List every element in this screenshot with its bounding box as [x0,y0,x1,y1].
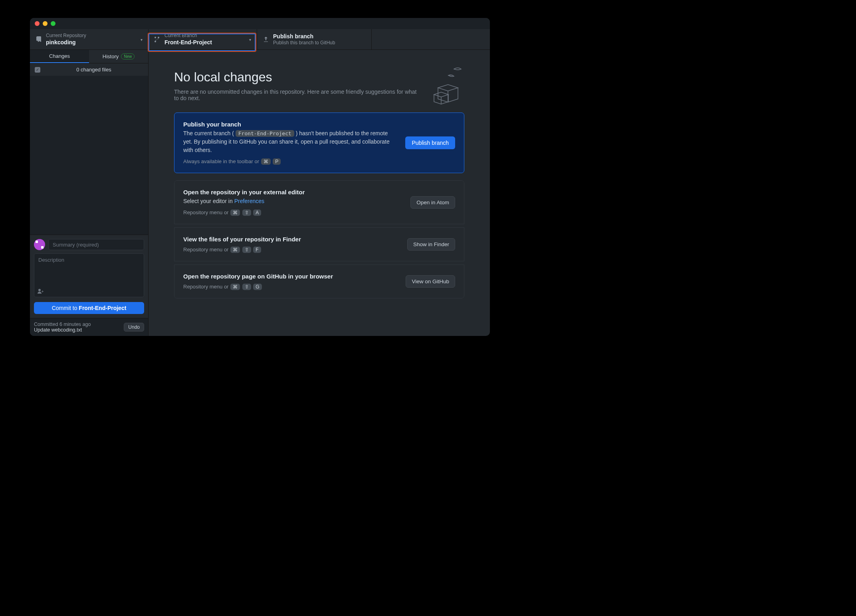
card-editor-hint: Repository menu or ⌘ ⇧ A [183,209,402,216]
branch-label: Current Branch [164,33,212,38]
sidebar: Changes History New ✓ 0 changed files [30,50,149,336]
changes-list [30,76,148,235]
tab-history-label: History [103,53,119,59]
changed-files-count: 0 changed files [44,67,143,73]
open-in-atom-button[interactable]: Open in Atom [410,196,455,209]
illustration-boxes [430,66,466,106]
repo-value: pinkcoding [46,39,86,46]
zoom-window-button[interactable] [51,21,55,26]
publish-branch-toolbar-button[interactable]: Publish branch Publish this branch to Gi… [257,29,372,49]
kbd-p: P [273,158,281,165]
changes-header: ✓ 0 changed files [30,63,148,76]
commit-button-branch: Front-End-Project [79,305,126,311]
branch-value: Front-End-Project [164,39,212,46]
commit-button-prefix: Commit to [52,305,79,311]
close-window-button[interactable] [35,21,40,26]
card-view-github: Open the repository page on GitHub in yo… [174,265,464,298]
card-open-editor: Open the repository in your external edi… [174,180,464,224]
app-window: Current Repository pinkcoding ▾ Current … [30,18,490,336]
minimize-window-button[interactable] [43,21,48,26]
publish-label: Publish branch [273,33,335,40]
toolbar: Current Repository pinkcoding ▾ Current … [30,29,490,50]
repo-label: Current Repository [46,33,86,38]
tab-changes[interactable]: Changes [30,50,89,63]
view-on-github-button[interactable]: View on GitHub [406,275,455,288]
card-show-finder: View the files of your repository in Fin… [174,227,464,261]
tab-history[interactable]: History New [89,50,148,63]
card-github-hint: Repository menu or ⌘ ⇧ G [183,284,398,290]
last-commit-time: Committed 6 minutes ago [34,322,91,327]
card-finder-hint: Repository menu or ⌘ ⇧ F [183,247,399,253]
add-coauthor-icon[interactable] [37,288,44,296]
commit-button[interactable]: Commit to Front-End-Project [34,302,144,314]
window-controls [35,21,55,26]
current-branch-dropdown[interactable]: Current Branch Front-End-Project ▾ [149,29,257,49]
last-commit-message: Update webcoding.txt [34,327,91,333]
chevron-down-icon: ▾ [249,37,251,41]
branch-code-pill: Front-End-Project [236,130,294,137]
publish-desc: Publish this branch to GitHub [273,40,335,45]
card-publish-text: The current branch ( Front-End-Project )… [183,129,397,154]
avatar [34,239,45,250]
repo-icon [36,36,42,43]
new-badge: New [121,53,135,59]
current-repository-dropdown[interactable]: Current Repository pinkcoding ▾ [30,29,149,49]
tab-changes-label: Changes [49,53,70,59]
titlebar [30,18,490,29]
card-publish-hint: Always available in the toolbar or ⌘ P [183,158,397,165]
undo-button[interactable]: Undo [124,323,144,332]
git-branch-icon [154,36,160,43]
publish-branch-button[interactable]: Publish branch [405,136,455,149]
page-subtitle: There are no uncommitted changes in this… [174,89,422,101]
card-finder-title: View the files of your repository in Fin… [183,236,399,243]
upload-icon [263,36,269,43]
card-editor-title: Open the repository in your external edi… [183,189,402,195]
chevron-down-icon: ▾ [141,37,143,41]
commit-summary-input[interactable] [48,239,144,250]
kbd-cmd: ⌘ [261,158,271,165]
select-all-checkbox[interactable]: ✓ [35,67,40,73]
preferences-link[interactable]: Preferences [234,198,264,204]
commit-description-input[interactable] [34,253,144,297]
last-commit-bar: Committed 6 minutes ago Update webcoding… [30,318,148,336]
card-github-title: Open the repository page on GitHub in yo… [183,273,398,280]
sidebar-tabs: Changes History New [30,50,148,63]
page-title: No local changes [174,70,464,85]
show-in-finder-button[interactable]: Show in Finder [407,238,455,251]
card-publish-branch: Publish your branch The current branch (… [174,113,464,173]
card-editor-text: Select your editor in Preferences [183,197,402,205]
main-content: No local changes There are no uncommitte… [149,50,490,336]
commit-panel: Commit to Front-End-Project [30,235,148,318]
card-publish-title: Publish your branch [183,121,397,128]
